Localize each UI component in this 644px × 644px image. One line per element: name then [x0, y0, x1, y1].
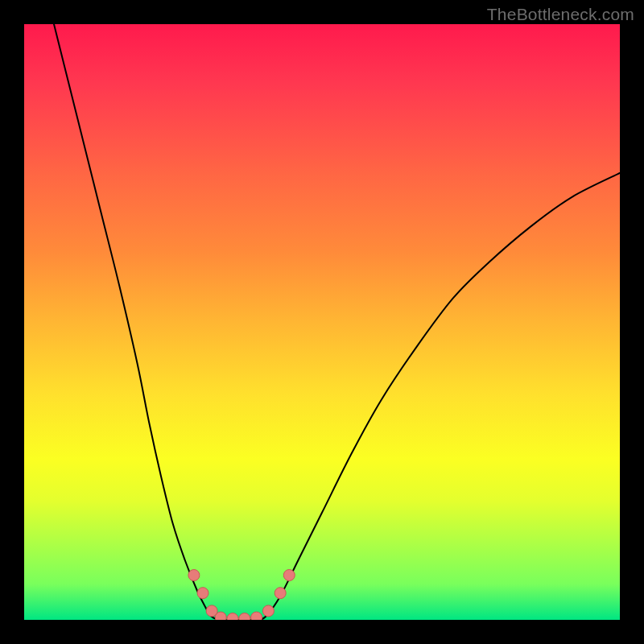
marker-dot: [227, 613, 238, 620]
marker-dot: [197, 588, 208, 599]
marker-dots: [188, 570, 295, 621]
marker-dot: [275, 588, 286, 599]
marker-dot: [262, 605, 274, 617]
watermark-text: TheBottleneck.com: [487, 5, 634, 24]
chart-frame: TheBottleneck.com: [0, 0, 644, 644]
marker-dot: [239, 613, 250, 620]
bottleneck-curve: [54, 24, 620, 620]
marker-dot: [215, 612, 226, 620]
chart-svg: [24, 24, 620, 620]
marker-dot: [188, 570, 200, 581]
curve-line: [54, 24, 620, 620]
marker-dot: [283, 570, 295, 581]
marker-dot: [251, 612, 262, 620]
plot-area: [24, 24, 620, 620]
